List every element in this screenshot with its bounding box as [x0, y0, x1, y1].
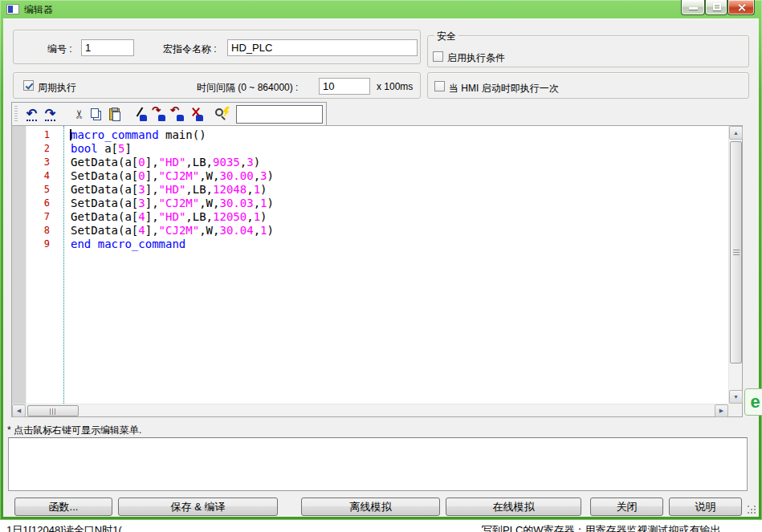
function-button[interactable]: 函数...: [14, 497, 112, 516]
desktop-shortcut-icon: e: [744, 388, 762, 416]
scroll-down-button[interactable]: ▼: [729, 390, 743, 404]
bookmark-margin[interactable]: [12, 126, 26, 404]
code-line[interactable]: macro_command main(): [71, 128, 728, 142]
number-input[interactable]: [81, 39, 134, 56]
enable-condition-label: 启用执行条件: [447, 51, 505, 65]
startup-label: 当 HMI 启动时即执行一次: [449, 82, 559, 95]
help-button[interactable]: 说明: [669, 497, 742, 516]
security-legend: 安全: [434, 30, 458, 43]
find-button[interactable]: [213, 105, 230, 123]
vertical-scrollbar[interactable]: ▲ ▼: [728, 126, 742, 404]
copy-icon: [91, 108, 99, 118]
code-line[interactable]: GetData(a[4],"HD",LB,12050,1): [71, 210, 728, 224]
line-number: 1: [27, 128, 63, 142]
code-line[interactable]: SetData(a[3],"CJ2M",W,30.03,1): [71, 197, 728, 210]
undo-icon: ↶: [26, 108, 37, 120]
code-editor[interactable]: 123456789 macro_command main()bool a[5]G…: [11, 125, 743, 417]
editor-window: 编辑器 编号 : 宏指令名称 : 安全 启用执行条件 周期执行 时间间隔 (0 …: [0, 0, 762, 520]
bookmark-clear-button[interactable]: [188, 105, 205, 123]
macro-name-label: 宏指令名称 :: [163, 43, 217, 56]
save-compile-button[interactable]: 保存 & 编译: [118, 497, 278, 516]
offline-simulate-button[interactable]: 离线模拟: [301, 497, 440, 516]
interval-unit-label: x 100ms: [377, 81, 413, 92]
message-output-box: [8, 437, 748, 491]
title-bar[interactable]: 编辑器: [0, 0, 762, 18]
startup-panel: 当 HMI 启动时即执行一次: [427, 72, 749, 99]
code-line[interactable]: end macro_command: [71, 238, 728, 251]
window-title: 编辑器: [24, 3, 53, 17]
scroll-left-button[interactable]: ◀: [12, 404, 26, 417]
interval-label: 时间间隔 (0 ~ 864000) :: [197, 81, 298, 95]
code-area[interactable]: macro_command main()bool a[5]GetData(a[0…: [65, 126, 728, 404]
minimize-icon: [689, 7, 698, 10]
vertical-scroll-thumb[interactable]: [730, 141, 742, 363]
bookmark-clear-icon: [196, 115, 203, 121]
bookmark-toggle-button[interactable]: [132, 105, 149, 123]
paste-button[interactable]: [106, 105, 123, 123]
periodic-label: 周期执行: [38, 81, 76, 95]
dialog-client-area: 编号 : 宏指令名称 : 安全 启用执行条件 周期执行 时间间隔 (0 ~ 86…: [3, 18, 759, 517]
bookmark-next-hand-icon: [158, 115, 165, 121]
find-handle-icon: [221, 116, 226, 120]
code-line[interactable]: GetData(a[0],"HD",LB,9035,3): [71, 156, 728, 169]
line-number: 7: [27, 210, 63, 224]
resize-grip[interactable]: [747, 505, 756, 514]
line-number: 2: [27, 142, 63, 156]
maximize-icon: [713, 3, 721, 10]
line-number-gutter: 123456789: [27, 126, 64, 404]
code-line[interactable]: GetData(a[3],"HD",LB,12048,1): [71, 183, 728, 197]
bookmark-toggle-icon: [140, 115, 147, 121]
toolbar-grip[interactable]: [14, 106, 18, 122]
scrollbar-corner: [728, 404, 742, 416]
maximize-button[interactable]: [705, 0, 727, 15]
code-line[interactable]: bool a[5]: [71, 142, 728, 156]
line-number: 8: [27, 224, 63, 238]
background-window-strip: 1日1[12048]读全口N时1( 写到PLC的W寄存器：用寄存器监视测试抑或有…: [0, 520, 762, 532]
hint-text: * 点击鼠标右键可显示编辑菜单.: [7, 424, 141, 437]
bookmark-prev-hand-icon: [177, 115, 184, 121]
online-simulate-button[interactable]: 在线模拟: [446, 497, 581, 516]
line-number: 4: [27, 169, 63, 183]
startup-checkbox[interactable]: [434, 81, 445, 91]
line-number: 3: [27, 156, 63, 169]
close-button[interactable]: [727, 0, 755, 15]
line-number: 9: [27, 238, 63, 251]
undo-button[interactable]: ↶: [23, 105, 40, 123]
security-groupbox: 安全 启用执行条件: [427, 35, 749, 67]
toolbar-search-input[interactable]: [236, 105, 323, 124]
background-text-left: 1日1[12048]读全口N时1(: [6, 523, 122, 532]
scroll-up-button[interactable]: ▲: [729, 126, 743, 140]
code-line[interactable]: SetData(a[0],"CJ2M",W,30.00,3): [71, 169, 728, 183]
code-line[interactable]: SetData(a[4],"CJ2M",W,30.04,1): [71, 224, 728, 238]
close-dialog-button[interactable]: 关闭: [590, 497, 663, 516]
copy-button[interactable]: [88, 105, 104, 123]
background-text-right: 写到PLC的W寄存器：用寄存器监视测试抑或有输出: [482, 523, 721, 532]
horizontal-scrollbar[interactable]: ◀ ▶: [12, 404, 728, 416]
window-icon: [6, 4, 19, 14]
macro-id-panel: 编号 : 宏指令名称 :: [13, 30, 421, 64]
text-caret: [70, 129, 71, 140]
bookmark-next-button[interactable]: ↷: [150, 105, 167, 123]
periodic-checkbox[interactable]: [23, 80, 34, 91]
periodic-panel: 周期执行 时间间隔 (0 ~ 864000) : x 100ms: [13, 72, 421, 99]
cut-button[interactable]: ✂: [71, 105, 88, 123]
redo-icon: ↷: [45, 108, 55, 120]
number-label: 编号 :: [47, 43, 72, 56]
editor-toolbar: ↶ ↷ ✂ ↷ ↶: [11, 102, 327, 126]
macro-name-input[interactable]: [227, 39, 418, 56]
find-bolt-icon: [222, 107, 230, 117]
line-number: 5: [27, 183, 63, 197]
line-number: 6: [27, 197, 63, 210]
redo-button[interactable]: ↷: [42, 105, 59, 123]
scroll-right-button[interactable]: ▶: [715, 404, 728, 417]
enable-condition-checkbox[interactable]: [433, 51, 443, 62]
horizontal-scroll-thumb[interactable]: [27, 405, 79, 416]
interval-input[interactable]: [319, 78, 370, 95]
minimize-button[interactable]: [681, 0, 705, 15]
paste-icon: [109, 108, 120, 120]
cut-icon: ✂: [72, 109, 87, 120]
bookmark-prev-button[interactable]: ↶: [169, 105, 185, 123]
